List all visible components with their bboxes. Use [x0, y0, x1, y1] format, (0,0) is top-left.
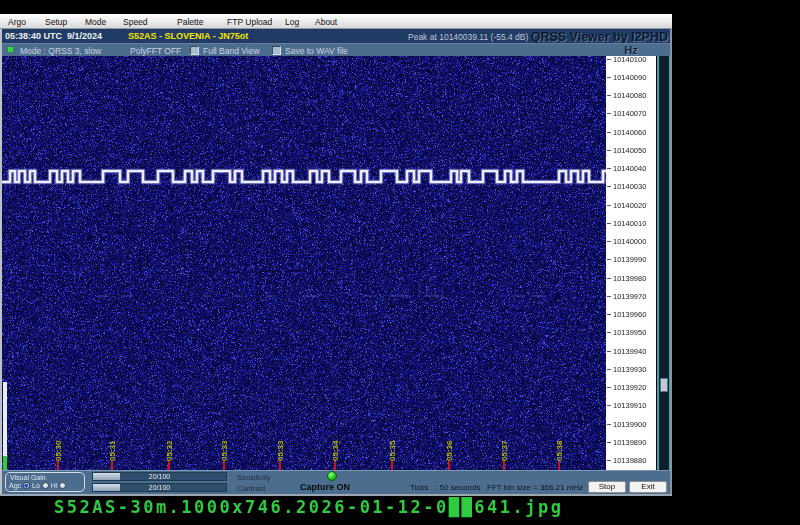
gain-radio-row: AgcLoHi [9, 482, 68, 489]
sensitivity-value: 20/100 [93, 473, 226, 480]
level-meter [3, 382, 7, 456]
freq-tick [607, 77, 611, 78]
freq-tick [607, 351, 611, 352]
freq-label: 10139880 [613, 456, 646, 465]
freq-label: 10140050 [613, 146, 646, 155]
freq-label: 10139920 [613, 383, 646, 392]
capture-led-icon [327, 471, 337, 481]
menu-item-mode[interactable]: Mode [85, 17, 106, 27]
visual-gain-group: Visual Gain AgcLoHi [5, 472, 85, 492]
hz-unit-label: Hz [606, 44, 656, 56]
freq-label: 10139900 [613, 420, 646, 429]
mode-row: Mode : QRSS 3, slow PolyFFT OFF Full Ban… [0, 43, 672, 56]
freq-tick [607, 168, 611, 169]
freq-tick [607, 460, 611, 461]
menu-item-about[interactable]: About [315, 17, 337, 27]
freq-tick [607, 95, 611, 96]
menu-item-palette[interactable]: Palette [177, 17, 203, 27]
capture-filename: S52AS-30m.1000x746.2026-01-12-0██641.jpg [54, 497, 563, 517]
frequency-scale: 1014010010140090101400801014007010140060… [606, 56, 656, 474]
polyfft-label[interactable]: PolyFFT OFF [130, 46, 181, 56]
freq-label: 10139960 [613, 310, 646, 319]
freq-tick [607, 314, 611, 315]
frequency-scrollbar[interactable] [657, 56, 671, 470]
freq-label: 10140030 [613, 182, 646, 191]
mode-label: Mode : QRSS 3, slow [20, 46, 101, 56]
freq-tick [607, 296, 611, 297]
freq-label: 10139990 [613, 255, 646, 264]
freq-tick [607, 150, 611, 151]
freq-tick [607, 113, 611, 114]
freq-label: 10140080 [613, 91, 646, 100]
freq-tick [607, 186, 611, 187]
freq-label: 10139910 [613, 401, 646, 410]
waterfall-display[interactable] [2, 56, 606, 470]
window-border-bottom [0, 494, 672, 496]
menu-item-ftp-upload[interactable]: FTP Upload [227, 17, 272, 27]
freq-tick [607, 59, 611, 60]
agc-label: Agc [9, 482, 21, 489]
mode-led-icon [8, 47, 13, 52]
menu-item-speed[interactable]: Speed [123, 17, 148, 27]
contrast-label: Contrast [237, 484, 265, 493]
contrast-value: 20/100 [93, 484, 226, 491]
full-band-label: Full Band View [203, 46, 260, 56]
freq-tick [607, 278, 611, 279]
level-meter-active [3, 456, 7, 470]
freq-label: 10140010 [613, 219, 646, 228]
freq-label: 10139930 [613, 365, 646, 374]
lo-label: Lo [32, 482, 40, 489]
stop-button[interactable]: Stop [588, 481, 626, 493]
hi-radio[interactable] [59, 482, 66, 489]
freq-label: 10139980 [613, 274, 646, 283]
visual-gain-label: Visual Gain [10, 474, 46, 481]
status-row: 05:38:40 UTC 9/1/2024 S52AS - SLOVENIA -… [0, 29, 672, 43]
save-wav-checkbox[interactable] [272, 46, 281, 55]
screen: ArgoSetupModeSpeedPaletteFTP UploadLogAb… [0, 0, 800, 525]
freq-tick [607, 205, 611, 206]
exit-button[interactable]: Exit [629, 481, 667, 493]
freq-label: 10140000 [613, 237, 646, 246]
freq-tick [607, 369, 611, 370]
freq-label: 10140070 [613, 109, 646, 118]
app-title: QRSS Viewer by I2PHD [478, 30, 668, 44]
hi-label: Hi [51, 482, 58, 489]
freq-tick [607, 241, 611, 242]
capture-status[interactable]: Capture ON [300, 482, 350, 492]
sensitivity-label: Sensitivity [237, 473, 271, 482]
save-wav-label: Save to WAV file [285, 46, 348, 56]
contrast-slider[interactable]: 20/100 [92, 483, 227, 492]
window-border-left [0, 29, 2, 495]
freq-label: 10140060 [613, 128, 646, 137]
ticks-readout: Ticks : 50 seconds [410, 483, 480, 492]
freq-tick [607, 259, 611, 260]
freq-tick [607, 424, 611, 425]
clock-utc: 05:38:40 UTC 9/1/2024 [5, 31, 102, 41]
freq-tick [607, 442, 611, 443]
freq-label: 10140090 [613, 73, 646, 82]
freq-tick [607, 332, 611, 333]
freq-label: 10139890 [613, 438, 646, 447]
agc-radio[interactable] [23, 482, 30, 489]
lo-radio[interactable] [42, 482, 49, 489]
window-border-right [670, 29, 672, 495]
menu-item-argo[interactable]: Argo [8, 17, 26, 27]
fft-bin-readout: FFT bin size = 366.21 mHz [487, 483, 583, 492]
freq-tick [607, 387, 611, 388]
freq-label: 10139950 [613, 328, 646, 337]
menu-item-log[interactable]: Log [285, 17, 299, 27]
freq-tick [607, 132, 611, 133]
freq-tick [607, 223, 611, 224]
full-band-checkbox[interactable] [190, 46, 199, 55]
menu-bar: ArgoSetupModeSpeedPaletteFTP UploadLogAb… [0, 14, 672, 29]
scrollbar-thumb[interactable] [660, 378, 668, 392]
station-callsign: S52AS - SLOVENIA - JN75ot [128, 31, 248, 41]
menu-item-setup[interactable]: Setup [45, 17, 67, 27]
freq-label: 10140040 [613, 164, 646, 173]
freq-label: 10140100 [613, 56, 646, 64]
freq-tick [607, 405, 611, 406]
freq-label: 10139970 [613, 292, 646, 301]
freq-label: 10139940 [613, 347, 646, 356]
sensitivity-slider[interactable]: 20/100 [92, 472, 227, 481]
freq-label: 10140020 [613, 201, 646, 210]
